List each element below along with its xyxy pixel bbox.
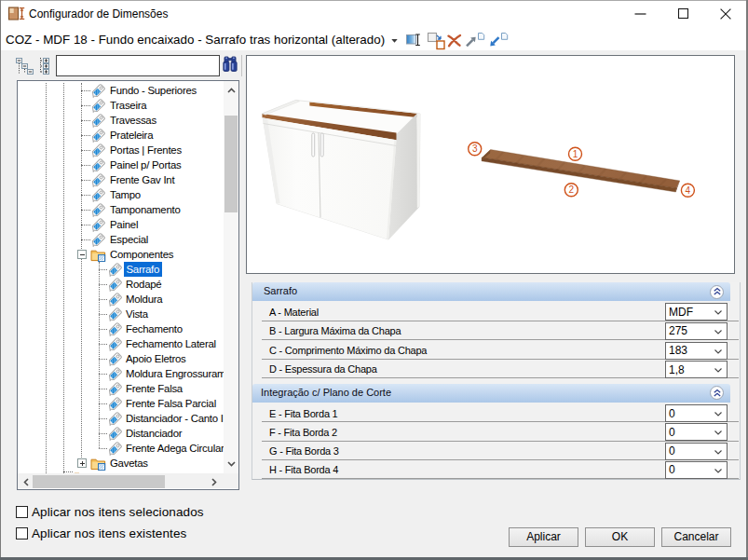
svg-text:4: 4: [686, 185, 691, 196]
svg-text:2: 2: [569, 184, 575, 195]
svg-text:1: 1: [573, 149, 578, 159]
svg-text:3: 3: [472, 143, 478, 154]
